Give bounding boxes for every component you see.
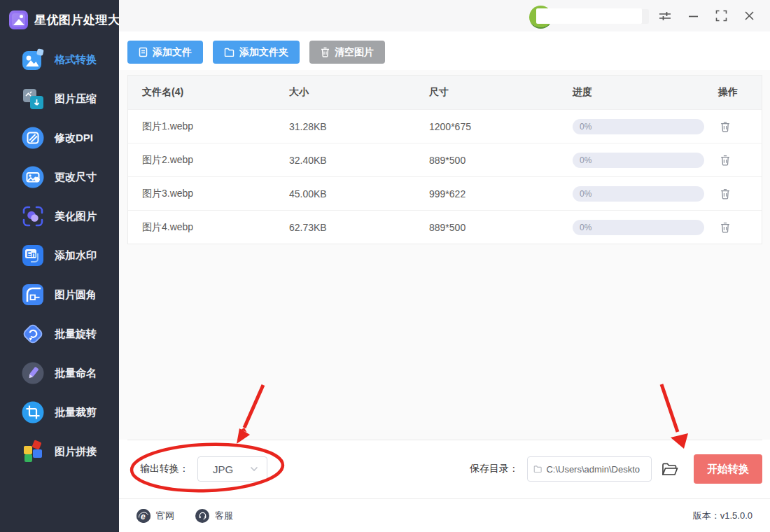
- svg-text:En: En: [27, 251, 36, 258]
- app-title: 星优图片处理大师: [34, 12, 132, 28]
- file-dims: 1200*675: [429, 121, 573, 132]
- sidebar-item-batch-crop[interactable]: 批量裁剪: [0, 393, 119, 432]
- chevron-down-icon: [250, 466, 258, 472]
- sidebar-item-label: 批量旋转: [55, 328, 97, 341]
- sidebar: 星优图片处理大师 格式转换 图片压缩 修改DPI 更改尺寸: [0, 0, 119, 532]
- trash-icon: [720, 155, 730, 166]
- sidebar-item-format-convert[interactable]: 格式转换: [0, 40, 119, 79]
- clear-images-button[interactable]: 清空图片: [309, 41, 385, 64]
- sidebar-item-label: 图片拼接: [55, 445, 97, 458]
- sidebar-item-resize[interactable]: 更改尺寸: [0, 158, 119, 197]
- batch-rename-icon: [21, 361, 45, 385]
- content-area: 文件名(4) 大小 尺寸 进度 操作 图片1.webp 31.28KB 1200…: [119, 70, 770, 440]
- app-logo-icon: [9, 10, 28, 29]
- add-file-button[interactable]: 添加文件: [127, 41, 203, 64]
- sidebar-item-stitch[interactable]: 图片拼接: [0, 432, 119, 471]
- delete-row-button[interactable]: [718, 187, 732, 201]
- toolbar: 添加文件 添加文件夹 清空图片: [119, 31, 770, 70]
- file-name: 图片2.webp: [128, 154, 289, 167]
- table-header: 文件名(4) 大小 尺寸 进度 操作: [128, 76, 762, 109]
- sidebar-item-label: 更改尺寸: [55, 171, 97, 184]
- progress-bar: 0%: [573, 220, 704, 235]
- output-format-select[interactable]: JPG: [197, 456, 267, 482]
- file-size: 31.28KB: [289, 121, 429, 132]
- delete-row-button[interactable]: [718, 153, 732, 167]
- table-row: 图片2.webp 32.40KB 889*500 0%: [128, 143, 762, 176]
- file-size: 32.40KB: [289, 155, 429, 166]
- close-icon[interactable]: [743, 10, 755, 22]
- folder-icon: [224, 48, 234, 57]
- settings-sliders-icon[interactable]: [659, 10, 671, 22]
- titlebar: [119, 0, 770, 31]
- customer-service-link[interactable]: 客服: [195, 509, 233, 523]
- sidebar-item-label: 图片圆角: [55, 288, 97, 302]
- resize-icon: [21, 165, 45, 189]
- username-redaction: [536, 8, 642, 24]
- trash-icon: [321, 47, 330, 57]
- footer: e 官网 客服 版本：v1.5.0.0: [119, 498, 770, 532]
- file-name: 图片3.webp: [128, 188, 289, 200]
- sidebar-item-batch-rotate[interactable]: 批量旋转: [0, 314, 119, 354]
- watermark-icon: En: [21, 244, 45, 267]
- sidebar-item-label: 格式转换: [55, 53, 97, 66]
- sidebar-item-modify-dpi[interactable]: 修改DPI: [0, 118, 119, 158]
- official-site-link[interactable]: e 官网: [136, 509, 174, 523]
- file-dims: 889*500: [429, 222, 573, 233]
- delete-row-button[interactable]: [718, 220, 732, 234]
- sidebar-item-label: 美化图片: [55, 210, 97, 223]
- file-name: 图片1.webp: [128, 120, 289, 133]
- browser-e-icon: e: [136, 509, 150, 523]
- batch-crop-icon: [21, 400, 45, 424]
- save-directory-label: 保存目录：: [470, 463, 519, 475]
- sidebar-item-label: 图片压缩: [55, 92, 97, 106]
- save-directory-input[interactable]: [546, 464, 645, 475]
- output-format-label: 输出转换：: [140, 463, 189, 475]
- file-dims: 889*500: [429, 155, 573, 166]
- add-folder-button[interactable]: 添加文件夹: [213, 41, 300, 64]
- beautify-icon: [21, 204, 45, 228]
- sidebar-nav: 格式转换 图片压缩 修改DPI 更改尺寸 美化图片: [0, 40, 119, 471]
- round-corner-icon: [21, 283, 45, 307]
- save-directory-field[interactable]: [527, 456, 652, 482]
- sidebar-item-image-compress[interactable]: 图片压缩: [0, 79, 119, 118]
- file-name: 图片4.webp: [128, 221, 289, 234]
- file-size: 45.00KB: [289, 188, 429, 200]
- sidebar-item-label: 修改DPI: [55, 132, 93, 145]
- sidebar-item-label: 批量命名: [55, 367, 97, 380]
- folder-icon: [533, 465, 542, 473]
- output-format-value: JPG: [213, 463, 233, 475]
- file-size: 62.73KB: [289, 222, 429, 233]
- progress-bar: 0%: [573, 153, 704, 168]
- trash-icon: [720, 222, 730, 233]
- file-icon: [139, 47, 148, 57]
- progress-bar: 0%: [573, 119, 704, 134]
- sidebar-item-round-corner[interactable]: 图片圆角: [0, 275, 119, 314]
- stitch-icon: [21, 440, 45, 463]
- window-controls: [659, 0, 755, 31]
- batch-rotate-icon: [21, 322, 45, 346]
- trash-icon: [720, 188, 730, 200]
- modify-dpi-icon: [21, 126, 45, 150]
- progress-bar: 0%: [573, 186, 704, 202]
- version-label: 版本：v1.5.0.0: [693, 510, 752, 522]
- main-panel: 添加文件 添加文件夹 清空图片 文件名(4) 大小 尺寸 进度 操作 图片1.w…: [119, 0, 770, 532]
- sidebar-item-beautify[interactable]: 美化图片: [0, 197, 119, 236]
- delete-row-button[interactable]: [718, 120, 732, 134]
- browse-folder-button[interactable]: [662, 463, 678, 476]
- file-dims: 999*622: [429, 188, 573, 200]
- format-convert-icon: [21, 48, 45, 71]
- sidebar-item-batch-rename[interactable]: 批量命名: [0, 354, 119, 393]
- sidebar-item-label: 批量裁剪: [55, 406, 97, 419]
- app-logo-row: 星优图片处理大师: [0, 0, 119, 32]
- maximize-icon[interactable]: [715, 10, 727, 22]
- bottom-bar: 输出转换： JPG 保存目录： 开始转换: [119, 440, 770, 498]
- table-row: 图片3.webp 45.00KB 999*622 0%: [128, 176, 762, 210]
- sidebar-item-watermark[interactable]: En 添加水印: [0, 236, 119, 275]
- file-table: 文件名(4) 大小 尺寸 进度 操作 图片1.webp 31.28KB 1200…: [127, 75, 762, 244]
- sidebar-item-label: 添加水印: [55, 249, 97, 262]
- save-directory-group: 保存目录： 开始转换: [470, 454, 762, 484]
- table-row: 图片4.webp 62.73KB 889*500 0%: [128, 210, 762, 244]
- minimize-icon[interactable]: [687, 10, 699, 22]
- image-compress-icon: [21, 87, 45, 111]
- start-convert-button[interactable]: 开始转换: [694, 454, 762, 484]
